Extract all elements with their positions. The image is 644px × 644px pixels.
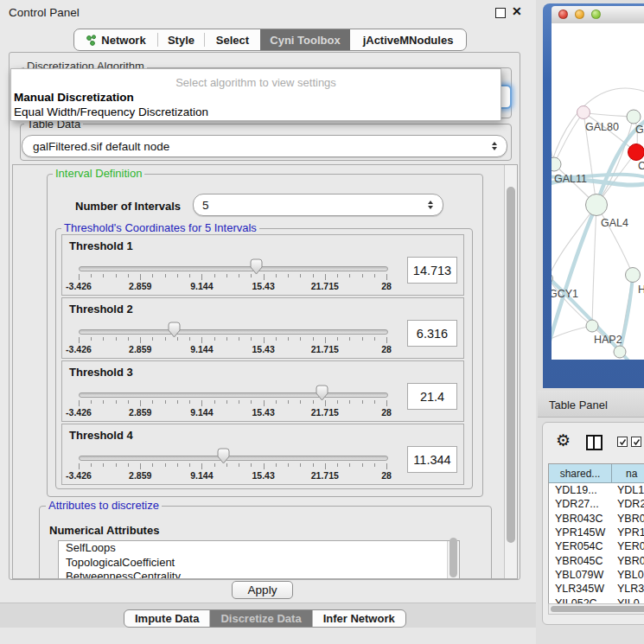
- threshold-label: Threshold 3: [69, 366, 133, 379]
- tab-impute-data[interactable]: Impute Data: [124, 610, 209, 627]
- cell-shared-name: YBR043C: [549, 513, 611, 525]
- cell-shared-name: YLR345W: [549, 583, 611, 595]
- tab-discretize-data[interactable]: Discretize Data: [209, 610, 311, 627]
- slider-thumb[interactable]: [217, 448, 230, 464]
- checkbox-icon[interactable]: [631, 437, 641, 447]
- slider-track[interactable]: [79, 266, 388, 271]
- columns-icon[interactable]: [586, 435, 603, 450]
- check-mark: [619, 438, 627, 446]
- cell-name: YLR3: [611, 583, 644, 595]
- cell-name: YBL0: [611, 569, 644, 581]
- algorithm-option-equal-width[interactable]: Equal Width/Frequency Discretization: [14, 105, 208, 118]
- checkbox-icon[interactable]: [617, 437, 628, 447]
- tick-label: 15.43: [239, 407, 288, 418]
- node[interactable]: [614, 346, 626, 358]
- threshold-value-field[interactable]: 14.713: [407, 257, 457, 284]
- settings-vertical-scrollbar[interactable]: [504, 165, 518, 578]
- node[interactable]: [627, 110, 641, 124]
- node-gal4[interactable]: [586, 194, 608, 216]
- cell-shared-name: YBR045C: [549, 555, 611, 567]
- gear-icon[interactable]: ⚙: [556, 430, 571, 450]
- apply-button-label: Apply: [248, 583, 277, 596]
- table-data-combobox[interactable]: galFiltered.sif default node: [22, 135, 507, 157]
- column-header-name[interactable]: na: [612, 464, 644, 482]
- cell-shared-name: YPR145W: [549, 526, 611, 539]
- tab-network[interactable]: Network: [74, 29, 157, 50]
- table-row[interactable]: YLR345WYLR3: [549, 582, 644, 596]
- table-row[interactable]: YBL079WYBL0: [549, 568, 644, 582]
- list-item[interactable]: TopologicalCoefficient: [59, 556, 459, 571]
- slider-thumb[interactable]: [168, 322, 181, 338]
- number-of-intervals-spinner[interactable]: 5: [193, 194, 443, 216]
- slider-tick-labels: -3.4262.8599.14415.4321.71528: [79, 407, 387, 418]
- apply-button[interactable]: Apply: [232, 581, 293, 599]
- tab-jactivemnodules-label: jActiveMNodules: [363, 34, 454, 47]
- tick-label: 21.715: [301, 407, 349, 418]
- tab-style[interactable]: Style: [158, 29, 204, 50]
- table-row[interactable]: YPR145WYPR1: [549, 526, 644, 539]
- tab-infer-network[interactable]: Infer Network: [312, 610, 405, 627]
- node-hap2[interactable]: [586, 320, 598, 332]
- column-header-shared[interactable]: shared...: [549, 464, 612, 482]
- tick-label: 21.715: [301, 281, 349, 291]
- table-panel-title: Table Panel: [549, 399, 608, 411]
- threshold-value-field[interactable]: 11.344: [407, 446, 457, 473]
- cell-name: YPR1: [611, 526, 644, 539]
- combobox-arrows-icon: [491, 142, 498, 151]
- tab-style-label: Style: [168, 34, 194, 47]
- tab-jactivemnodules[interactable]: jActiveMNodules: [350, 29, 466, 50]
- node[interactable]: [626, 268, 641, 283]
- table-row[interactable]: YDR27...YDR2: [549, 497, 644, 511]
- node-label: GCY1: [552, 288, 578, 300]
- slider-tick-labels: -3.4262.8599.14415.4321.71528: [79, 470, 387, 481]
- threshold-value-field[interactable]: 21.4: [407, 383, 457, 410]
- number-of-intervals-value: 5: [194, 199, 427, 212]
- list-item[interactable]: SelfLoops: [59, 541, 459, 556]
- close-traffic-light[interactable]: [558, 10, 568, 19]
- tab-cyni-toolbox[interactable]: Cyni Toolbox: [260, 29, 350, 50]
- algorithm-option-manual[interactable]: Manual Discretization: [14, 91, 134, 104]
- network-window: GAL80 GA C GAL11 GAL4 GCY1 H HAP2: [543, 3, 644, 388]
- tick-label: 28: [362, 470, 411, 481]
- control-panel-tabbar: Network Style Select Cyni Toolbox jActiv…: [73, 29, 467, 51]
- tick-label: -3.426: [54, 281, 103, 291]
- tab-select[interactable]: Select: [205, 29, 260, 50]
- list-item[interactable]: BetweennessCentrality: [59, 570, 459, 579]
- float-window-icon[interactable]: [495, 8, 506, 18]
- cell-name: YBR0: [611, 513, 644, 525]
- network-canvas[interactable]: GAL80 GA C GAL11 GAL4 GCY1 H HAP2: [552, 23, 644, 360]
- tick-label: 28: [362, 344, 411, 354]
- bottom-filler: [0, 628, 536, 644]
- table-row[interactable]: YBR045CYBR0: [549, 553, 644, 567]
- control-panel-title: Control Panel: [9, 6, 80, 19]
- node-gal11[interactable]: [552, 157, 561, 171]
- table-horizontal-scrollbar[interactable]: [548, 603, 644, 615]
- cell-name: YDR2: [611, 498, 644, 510]
- slider-track[interactable]: [79, 456, 388, 461]
- zoom-traffic-light[interactable]: [591, 10, 601, 19]
- node-label: C: [638, 160, 644, 172]
- cell-shared-name: YER054C: [549, 540, 611, 552]
- thresholds-group-title: Threshold's Coordinates for 5 Intervals: [61, 222, 259, 234]
- node-selected-red[interactable]: [628, 144, 644, 161]
- threshold-label: Threshold 1: [69, 239, 133, 252]
- minimize-traffic-light[interactable]: [575, 10, 584, 19]
- slider-track[interactable]: [79, 392, 388, 398]
- table-header-row: shared... na: [549, 464, 644, 483]
- attributes-list-scrollbar[interactable]: [447, 541, 459, 579]
- node-gal80[interactable]: [577, 106, 590, 119]
- threshold-value-field[interactable]: 6.316: [407, 320, 457, 347]
- tick-label: 9.144: [177, 470, 226, 481]
- slider-track[interactable]: [79, 329, 388, 335]
- table-panel: ⚙ shared... na YDL19...YDL1YDR27...YDR2Y…: [542, 422, 644, 625]
- slider-thumb[interactable]: [250, 258, 263, 275]
- slider-thumb[interactable]: [316, 385, 328, 401]
- tick-label: 9.144: [177, 407, 226, 418]
- table-row[interactable]: YER054CYER0: [549, 539, 644, 553]
- close-icon[interactable]: ✕: [512, 4, 522, 18]
- table-row[interactable]: YDL19...YDL1: [549, 483, 644, 497]
- table-row[interactable]: YBR043CYBR0: [549, 512, 644, 526]
- tick-label: 15.43: [239, 344, 288, 354]
- tick-label: -3.426: [54, 470, 103, 481]
- attributes-group-title: Attributes to discretize: [46, 500, 162, 512]
